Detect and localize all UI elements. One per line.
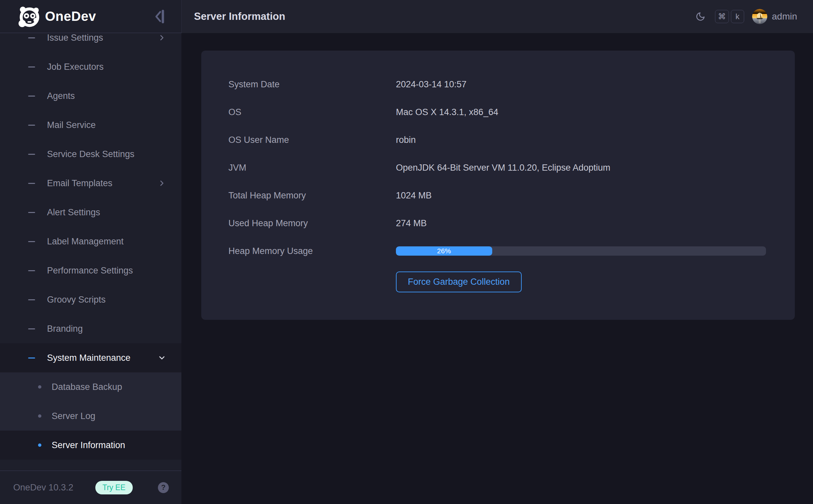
field-row-jvm: JVM OpenJDK 64-Bit Server VM 11.0.20, Ec… <box>229 154 768 182</box>
field-value: 274 MB <box>396 218 427 229</box>
server-info-card: System Date 2024-03-14 10:57 OS Mac OS X… <box>201 51 795 320</box>
field-value: 1024 MB <box>396 190 432 201</box>
command-palette-shortcut[interactable]: ⌘ k <box>715 10 744 23</box>
avatar <box>752 9 767 24</box>
sidebar-item-label-management[interactable]: Label Management <box>0 227 181 256</box>
dash-bullet <box>28 299 35 300</box>
sidebar-footer: OneDev 10.3.2 Try EE ? <box>0 471 181 504</box>
collapse-chevron-bar-icon <box>153 9 167 24</box>
chevron-right-icon <box>157 33 166 42</box>
dash-bullet <box>28 96 35 97</box>
sidebar: OneDev Issue Settings Job Executors Agen… <box>0 0 181 504</box>
sidebar-item-service-desk-settings[interactable]: Service Desk Settings <box>0 140 181 169</box>
sidebar-item-agents[interactable]: Agents <box>0 81 181 110</box>
field-label: OS <box>229 107 396 117</box>
chevron-down-icon <box>157 354 166 362</box>
sidebar-item-server-information[interactable]: Server Information <box>0 431 181 460</box>
field-value: robin <box>396 135 416 145</box>
main-area: Server Information ⌘ k <box>181 0 813 504</box>
dot-bullet <box>38 385 41 389</box>
field-label: Used Heap Memory <box>229 218 396 229</box>
field-row-heap-memory-usage: Heap Memory Usage 26% <box>229 237 768 265</box>
try-ee-badge[interactable]: Try EE <box>95 481 133 494</box>
brand-header: OneDev <box>0 0 181 33</box>
sidebar-collapse-button[interactable] <box>151 8 169 25</box>
field-value: 2024-03-14 10:57 <box>396 79 466 90</box>
heap-usage-progress-fill: 26% <box>396 246 492 256</box>
field-label: OS User Name <box>229 135 396 145</box>
field-value: Mac OS X 14.3.1, x86_64 <box>396 107 498 117</box>
brand-name: OneDev <box>45 9 151 24</box>
field-row-os-user-name: OS User Name robin <box>229 126 768 154</box>
chevron-right-icon <box>157 179 166 188</box>
sidebar-item-job-executors[interactable]: Job Executors <box>0 52 181 81</box>
username-label: admin <box>772 11 797 22</box>
page-title: Server Information <box>194 11 693 22</box>
onedev-logo-icon <box>17 5 41 28</box>
sidebar-item-subscription-management[interactable]: Subscription Management <box>0 460 181 471</box>
sidebar-item-email-templates[interactable]: Email Templates <box>0 169 181 198</box>
sidebar-nav: Issue Settings Job Executors Agents Mail… <box>0 33 181 471</box>
dash-bullet <box>28 66 35 67</box>
command-key-icon: ⌘ <box>715 10 729 23</box>
field-label: Heap Memory Usage <box>229 246 396 256</box>
dash-bullet <box>28 125 35 126</box>
dot-bullet <box>38 414 41 418</box>
heap-usage-progress-bar: 26% <box>396 246 766 256</box>
sidebar-item-performance-settings[interactable]: Performance Settings <box>0 256 181 285</box>
gc-button-row: Force Garbage Collection <box>229 265 768 299</box>
dot-bullet <box>38 443 41 447</box>
dash-bullet <box>28 241 35 242</box>
sidebar-item-issue-settings[interactable]: Issue Settings <box>0 33 181 52</box>
sidebar-item-server-log[interactable]: Server Log <box>0 401 181 431</box>
field-row-total-heap-memory: Total Heap Memory 1024 MB <box>229 182 768 209</box>
field-label: Total Heap Memory <box>229 190 396 201</box>
app-version: OneDev 10.3.2 <box>13 483 95 493</box>
sidebar-item-groovy-scripts[interactable]: Groovy Scripts <box>0 285 181 314</box>
dash-bullet <box>28 357 35 358</box>
sidebar-item-alert-settings[interactable]: Alert Settings <box>0 198 181 227</box>
sidebar-item-mail-service[interactable]: Mail Service <box>0 110 181 140</box>
dash-bullet <box>28 37 35 38</box>
dash-bullet <box>28 183 35 184</box>
force-garbage-collection-button[interactable]: Force Garbage Collection <box>396 272 522 292</box>
sidebar-item-branding[interactable]: Branding <box>0 314 181 343</box>
field-row-system-date: System Date 2024-03-14 10:57 <box>229 70 768 98</box>
field-row-used-heap-memory: Used Heap Memory 274 MB <box>229 209 768 237</box>
dash-bullet <box>28 328 35 329</box>
sidebar-item-system-maintenance[interactable]: System Maintenance <box>0 343 181 372</box>
dash-bullet <box>28 154 35 155</box>
help-icon[interactable]: ? <box>158 482 169 493</box>
content-area: System Date 2024-03-14 10:57 OS Mac OS X… <box>181 33 813 504</box>
dash-bullet <box>28 270 35 271</box>
field-row-os: OS Mac OS X 14.3.1, x86_64 <box>229 98 768 126</box>
theme-toggle-button[interactable] <box>693 9 708 24</box>
dash-bullet <box>28 212 35 213</box>
k-key-icon: k <box>731 10 744 23</box>
field-value: OpenJDK 64-Bit Server VM 11.0.20, Eclips… <box>396 163 611 173</box>
field-label: JVM <box>229 163 396 173</box>
field-label: System Date <box>229 79 396 90</box>
moon-icon <box>696 12 706 21</box>
user-menu[interactable]: admin <box>752 9 797 24</box>
header-actions: ⌘ k <box>693 9 797 24</box>
top-header: Server Information ⌘ k <box>181 0 813 33</box>
heap-usage-percent-label: 26% <box>437 247 451 255</box>
sidebar-item-database-backup[interactable]: Database Backup <box>0 372 181 401</box>
